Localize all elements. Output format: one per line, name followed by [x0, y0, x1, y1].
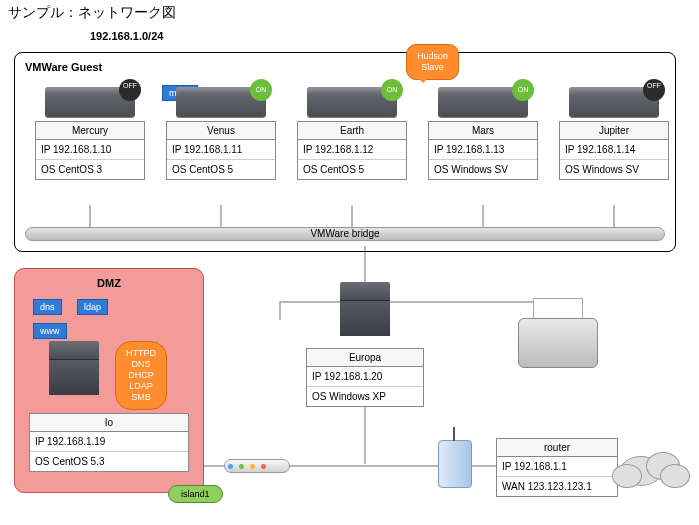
server-tower-icon	[340, 282, 390, 336]
host-name: Jupiter	[560, 122, 668, 140]
guest-jupiter: OFF Jupiter IP 192.168.1.14 OS Windows S…	[559, 87, 669, 180]
vmware-guest-group: VMWare Guest OFF Mercury IP 192.168.1.10…	[14, 52, 676, 252]
host-name: Io	[30, 414, 188, 432]
router-icon	[438, 440, 472, 488]
server-tower-icon	[49, 341, 99, 395]
power-badge: ON	[512, 79, 534, 101]
server-europa	[330, 282, 400, 336]
host-os: OS Windows SV	[429, 160, 537, 179]
host-ip: IP 192.168.1.13	[429, 140, 537, 160]
host-os: OS CentOS 5	[167, 160, 275, 179]
printer-icon	[518, 298, 598, 368]
guest-venus: mint1 ON Venus IP 192.168.1.11 OS CentOS…	[166, 87, 276, 180]
server-blade-icon: ON	[176, 87, 266, 117]
power-badge: OFF	[643, 79, 665, 101]
host-ip: IP 192.168.1.14	[560, 140, 668, 160]
server-blade-icon: ON	[438, 87, 528, 117]
host-ip: IP 192.168.1.19	[30, 432, 188, 452]
dmz-group: DMZ dns ldap www HTTPD DNS DHCP LDAP SMB…	[14, 268, 204, 493]
diagram-title: サンプル：ネットワーク図	[8, 4, 176, 22]
server-blade-icon: ON	[307, 87, 397, 117]
vmware-bridge: VMWare bridge	[25, 227, 665, 241]
host-info: router IP 192.168.1.1 WAN 123.123.123.1	[496, 438, 618, 497]
sticky-ldap: ldap	[77, 299, 108, 315]
host-info: Europa IP 192.168.1.20 OS Windows XP	[306, 348, 424, 407]
modem-icon	[224, 459, 290, 473]
host-name: Mercury	[36, 122, 144, 140]
host-name: Europa	[307, 349, 423, 367]
host-name: router	[497, 439, 617, 457]
host-os: OS CentOS 5.3	[30, 452, 188, 471]
host-info: Jupiter IP 192.168.1.14 OS Windows SV	[559, 121, 669, 180]
callout-hudson-slave: Hudson Slave	[406, 44, 459, 80]
host-name: Venus	[167, 122, 275, 140]
host-os: OS Windows SV	[560, 160, 668, 179]
host-info: Io IP 192.168.1.19 OS CentOS 5.3	[29, 413, 189, 472]
guest-earth: ON Earth IP 192.168.1.12 OS CentOS 5	[297, 87, 407, 180]
server-blade-icon: OFF	[569, 87, 659, 117]
host-name: Earth	[298, 122, 406, 140]
host-wan: WAN 123.123.123.1	[497, 477, 617, 496]
guest-mercury: OFF Mercury IP 192.168.1.10 OS CentOS 3	[35, 87, 145, 180]
power-badge: ON	[381, 79, 403, 101]
host-ip: IP 192.168.1.1	[497, 457, 617, 477]
host-info: Venus IP 192.168.1.11 OS CentOS 5	[166, 121, 276, 180]
host-os: OS Windows XP	[307, 387, 423, 406]
power-badge: ON	[250, 79, 272, 101]
host-name: Mars	[429, 122, 537, 140]
sticky-www: www	[33, 323, 67, 339]
host-info: Earth IP 192.168.1.12 OS CentOS 5	[297, 121, 407, 180]
server-blade-icon: OFF	[45, 87, 135, 117]
dmz-label: DMZ	[15, 277, 203, 289]
sticky-dns: dns	[33, 299, 62, 315]
callout-services: HTTPD DNS DHCP LDAP SMB	[115, 341, 167, 410]
cloud-icon	[612, 442, 692, 492]
host-os: OS CentOS 5	[298, 160, 406, 179]
host-info: Mars IP 192.168.1.13 OS Windows SV	[428, 121, 538, 180]
power-badge: OFF	[119, 79, 141, 101]
host-ip: IP 192.168.1.11	[167, 140, 275, 160]
vmware-guest-label: VMWare Guest	[25, 61, 102, 73]
host-os: OS CentOS 3	[36, 160, 144, 179]
host-info: Mercury IP 192.168.1.10 OS CentOS 3	[35, 121, 145, 180]
pill-island1: island1	[168, 485, 223, 503]
host-ip: IP 192.168.1.12	[298, 140, 406, 160]
host-ip: IP 192.168.1.20	[307, 367, 423, 387]
host-ip: IP 192.168.1.10	[36, 140, 144, 160]
guest-mars: ON Mars IP 192.168.1.13 OS Windows SV	[428, 87, 538, 180]
dmz-host-io	[39, 341, 109, 395]
subnet-label: 192.168.1.0/24	[90, 30, 163, 42]
